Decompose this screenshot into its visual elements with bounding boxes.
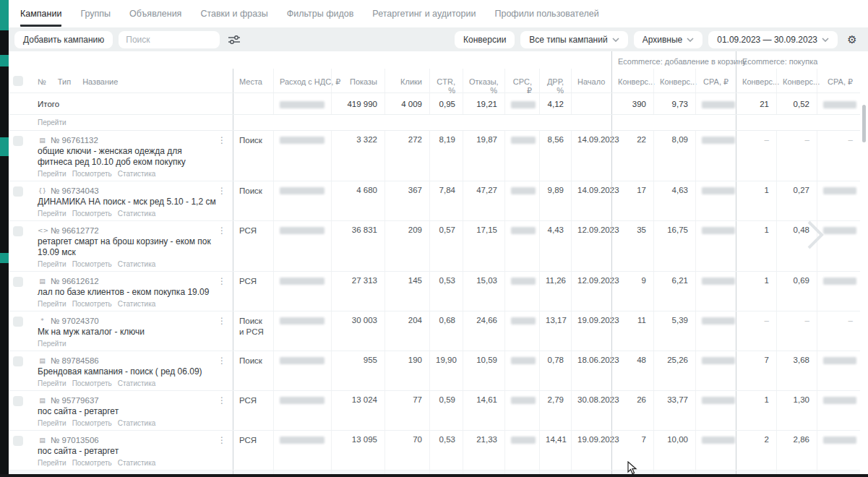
row-link[interactable]: Перейти	[38, 170, 66, 178]
tab-ads[interactable]: Объявления	[129, 1, 181, 27]
campaign-number[interactable]: № 96734043	[51, 186, 99, 195]
cell-purchase-conversions: 2	[736, 431, 776, 470]
cell-cart-cpa	[695, 131, 736, 181]
col-places[interactable]: Места	[233, 69, 273, 93]
campaign-name[interactable]: пос сайта - ретаргет	[38, 446, 228, 457]
goto-link[interactable]: Перейти	[32, 115, 233, 130]
row-link[interactable]: Перейти	[38, 340, 66, 348]
row-link[interactable]: Посмотреть	[72, 260, 112, 268]
campaign-name[interactable]: Брендовая кампания - поиск ( ред 06.09)	[38, 366, 228, 377]
row-link[interactable]: Статистика	[118, 210, 156, 218]
col-number[interactable]: №	[38, 77, 46, 90]
row-menu-icon[interactable]: ⋮	[215, 225, 228, 236]
row-menu-icon[interactable]: ⋮	[215, 395, 228, 405]
cell-places: Поиск и РСЯ	[233, 311, 273, 351]
cell-cost	[273, 431, 331, 470]
row-link[interactable]: Перейти	[38, 210, 66, 218]
cell-cpc	[504, 351, 539, 390]
row-checkbox[interactable]	[13, 317, 23, 327]
row-link[interactable]: Статистика	[118, 379, 156, 387]
col-start[interactable]: Начало	[571, 69, 611, 93]
conversions-button[interactable]: Конверсии	[455, 31, 515, 48]
row-menu-icon[interactable]: ⋮	[215, 356, 228, 366]
tab-bids-phrases[interactable]: Ставки и фразы	[200, 1, 267, 27]
row-checkbox[interactable]	[13, 226, 23, 236]
campaign-name[interactable]: общие ключи - женская одежда для фитнеса…	[38, 146, 228, 168]
col-name[interactable]: Название	[82, 77, 118, 90]
cell-places: РСЯ	[233, 391, 273, 430]
col-purchase-conv-rate[interactable]: Конверс...	[776, 69, 817, 93]
filter-settings-icon[interactable]	[225, 31, 243, 48]
archive-filter[interactable]: Архивные	[634, 31, 703, 48]
row-link[interactable]: Перейти	[38, 459, 66, 467]
campaign-number[interactable]: № 96761132	[51, 136, 98, 145]
col-shows[interactable]: Показы	[331, 69, 384, 93]
row-link[interactable]: Перейти	[38, 379, 66, 387]
row-menu-icon[interactable]: ⋮	[215, 135, 228, 145]
row-link[interactable]: Статистика	[118, 170, 156, 178]
cell-cpc	[504, 431, 539, 470]
tab-retargeting-audiences[interactable]: Ретаргетинг и аудитории	[372, 1, 476, 27]
col-cost[interactable]: Расход с НДС, ₽	[273, 69, 331, 93]
campaign-name[interactable]: лал по базе клиентов - еком покупка 19.0…	[38, 287, 228, 298]
tab-campaigns[interactable]: Кампании	[20, 1, 61, 27]
select-all-checkbox[interactable]	[13, 76, 23, 86]
row-menu-icon[interactable]: ⋮	[215, 186, 228, 196]
row-checkbox[interactable]	[13, 186, 23, 197]
row-menu-icon[interactable]: ⋮	[215, 276, 228, 286]
column-header-row: № Тип Название Места Расход с НДС, ₽ Пок…	[9, 69, 860, 93]
row-checkbox[interactable]	[13, 277, 23, 287]
row-checkbox[interactable]	[13, 356, 23, 366]
row-link[interactable]: Посмотреть	[72, 419, 112, 427]
col-type[interactable]: Тип	[58, 77, 71, 90]
row-checkbox[interactable]	[13, 436, 23, 446]
row-link[interactable]: Перейти	[38, 260, 66, 268]
col-cart-conv-rate[interactable]: Конверс...	[653, 69, 695, 93]
campaign-name[interactable]: Мк на муж каталог - ключи	[38, 327, 228, 338]
campaign-number[interactable]: № 89784586	[51, 356, 99, 365]
campaign-number[interactable]: № 97024370	[51, 317, 99, 325]
date-range-picker[interactable]: 01.09.2023 — 30.09.2023	[708, 31, 838, 48]
campaign-name[interactable]: ДИНАМИКА НА поиск - мск ред 5.10 - 1,2 с…	[38, 197, 228, 207]
row-link[interactable]: Статистика	[118, 260, 156, 268]
campaign-name[interactable]: пос сайта - ретаргет	[38, 406, 228, 417]
row-link[interactable]: Посмотреть	[72, 379, 112, 387]
col-cart-cpa[interactable]: CPA, ₽	[695, 69, 736, 93]
row-link[interactable]: Статистика	[118, 300, 156, 308]
campaign-number[interactable]: № 96612612	[51, 277, 99, 285]
campaign-type-icon: <>	[38, 227, 47, 234]
scroll-right-chevron[interactable]	[806, 219, 825, 251]
col-purchase-cpa[interactable]: CPA, ₽	[817, 69, 860, 93]
tab-feed-filters[interactable]: Фильтры фидов	[287, 1, 354, 27]
row-menu-icon[interactable]: ⋮	[215, 316, 228, 326]
row-link[interactable]: Перейти	[38, 300, 66, 308]
row-link[interactable]: Перейти	[38, 419, 66, 427]
row-link[interactable]: Посмотреть	[72, 459, 112, 467]
cell-cart-conversions: 48	[611, 351, 653, 390]
row-checkbox[interactable]	[13, 396, 23, 406]
vertical-scrollbar[interactable]	[862, 105, 866, 142]
col-cart-conversions[interactable]: Конверс...	[611, 69, 653, 93]
row-link[interactable]: Статистика	[118, 459, 156, 467]
campaign-number[interactable]: № 95779637	[51, 396, 99, 405]
gear-icon[interactable]: ⚙	[843, 31, 861, 48]
campaign-name[interactable]: ретаргет смарт на брош корзину - еком по…	[38, 236, 228, 258]
campaign-cell: ▤ № 96612612 ⋮ лал по базе клиентов - ек…	[32, 272, 233, 311]
campaign-number[interactable]: № 97013506	[51, 436, 99, 444]
col-clicks[interactable]: Клики	[384, 69, 429, 93]
row-checkbox[interactable]	[13, 136, 23, 146]
tab-groups[interactable]: Группы	[80, 1, 111, 27]
row-link[interactable]: Посмотреть	[72, 170, 112, 178]
tab-user-profiles[interactable]: Профили пользователей	[494, 1, 598, 27]
add-campaign-button[interactable]: Добавить кампанию	[14, 31, 113, 48]
row-link[interactable]: Посмотреть	[72, 300, 112, 308]
col-purchase-conversions[interactable]: Конверс...	[736, 69, 776, 93]
search-input[interactable]	[126, 35, 212, 45]
row-link[interactable]: Посмотреть	[72, 210, 112, 218]
campaign-number[interactable]: № 96612772	[51, 226, 99, 235]
row-menu-icon[interactable]: ⋮	[215, 435, 228, 445]
redacted-value	[823, 357, 856, 364]
totals-cost	[273, 93, 331, 114]
campaign-type-filter[interactable]: Все типы кампаний	[520, 31, 627, 48]
row-link[interactable]: Статистика	[118, 419, 156, 427]
